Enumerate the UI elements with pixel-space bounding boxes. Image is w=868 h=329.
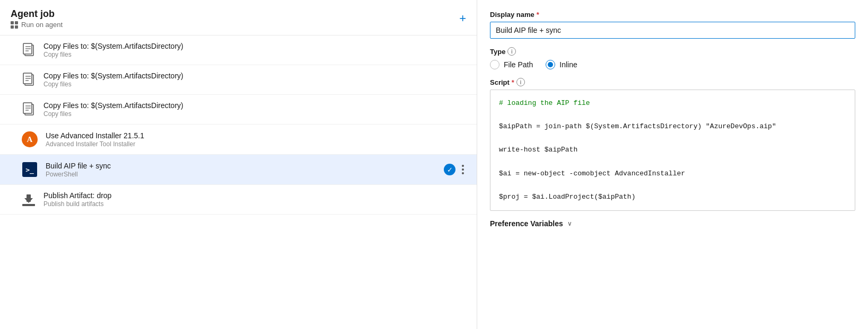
inline-radio-label: Inline bbox=[559, 60, 577, 69]
file-path-radio-label: File Path bbox=[504, 60, 533, 69]
task-sub: Advanced Installer Tool Installer bbox=[46, 140, 466, 148]
agent-job-title: Agent job bbox=[11, 8, 63, 20]
task-info: Publish Artifact: drop Publish build art… bbox=[43, 191, 466, 208]
task-check-icon: ✓ bbox=[444, 164, 455, 175]
task-sub: Copy files bbox=[43, 81, 466, 88]
task-item-active[interactable]: >_ Build AIP file + sync PowerShell ✓ bbox=[0, 155, 477, 185]
task-name: Copy Files to: $(System.ArtifactsDirecto… bbox=[43, 42, 466, 50]
svg-text:A: A bbox=[27, 135, 33, 144]
preference-variables-section[interactable]: Preference Variables ∨ bbox=[490, 219, 855, 228]
add-task-button[interactable]: + bbox=[459, 13, 466, 24]
agent-job-title-group: Agent job Run on agent bbox=[11, 8, 63, 29]
script-label: Script * i bbox=[490, 78, 855, 86]
file-path-radio-circle[interactable] bbox=[490, 60, 499, 69]
script-section: Script * i # loading the AIP file $aipPa… bbox=[490, 78, 855, 211]
script-line-blank-2 bbox=[499, 132, 846, 144]
task-name: Build AIP file + sync bbox=[46, 162, 444, 170]
task-sub: PowerShell bbox=[46, 171, 444, 178]
script-line-4: $ai = new-object -comobject AdvancedInst… bbox=[499, 168, 846, 180]
required-star: * bbox=[537, 11, 539, 19]
copy-files-icon bbox=[21, 73, 36, 87]
grid-icon bbox=[11, 21, 18, 29]
script-line-3: write-host $aipPath bbox=[499, 144, 846, 156]
script-line-1: # loading the AIP file bbox=[499, 97, 846, 109]
script-line-blank-3 bbox=[499, 156, 846, 167]
type-info-icon[interactable]: i bbox=[507, 47, 516, 56]
task-info: Copy Files to: $(System.ArtifactsDirecto… bbox=[43, 101, 466, 118]
task-name: Copy Files to: $(System.ArtifactsDirecto… bbox=[43, 72, 466, 80]
task-info: Copy Files to: $(System.ArtifactsDirecto… bbox=[43, 72, 466, 88]
inline-radio-option[interactable]: Inline bbox=[546, 60, 577, 69]
script-line-blank-4 bbox=[499, 180, 846, 191]
script-line-5: $proj = $ai.LoadProject($aipPath) bbox=[499, 191, 846, 203]
script-line-blank-1 bbox=[499, 109, 846, 121]
inline-radio-circle[interactable] bbox=[546, 60, 555, 69]
task-item[interactable]: Copy Files to: $(System.ArtifactsDirecto… bbox=[0, 35, 477, 65]
right-panel: Display name * Type i File Path Inline S… bbox=[477, 0, 868, 329]
task-sub: Copy files bbox=[43, 110, 466, 118]
task-actions: ✓ bbox=[444, 163, 466, 176]
task-info: Build AIP file + sync PowerShell bbox=[46, 162, 444, 178]
task-item[interactable]: A Use Advanced Installer 21.5.1 Advanced… bbox=[0, 125, 477, 155]
left-panel: Agent job Run on agent + bbox=[0, 0, 477, 329]
type-section: Type i File Path Inline bbox=[490, 47, 855, 69]
task-name: Copy Files to: $(System.ArtifactsDirecto… bbox=[43, 101, 466, 110]
svg-marker-19 bbox=[24, 198, 33, 203]
task-item[interactable]: Copy Files to: $(System.ArtifactsDirecto… bbox=[0, 65, 477, 95]
task-list: Copy Files to: $(System.ArtifactsDirecto… bbox=[0, 35, 477, 329]
task-name: Use Advanced Installer 21.5.1 bbox=[46, 131, 466, 140]
script-editor[interactable]: # loading the AIP file $aipPath = join-p… bbox=[490, 90, 855, 211]
agent-job-subtitle: Run on agent bbox=[11, 21, 63, 29]
task-name: Publish Artifact: drop bbox=[43, 191, 466, 200]
type-label: Type i bbox=[490, 47, 855, 56]
script-info-icon[interactable]: i bbox=[516, 78, 525, 86]
display-name-input[interactable] bbox=[490, 22, 855, 39]
agent-job-header: Agent job Run on agent + bbox=[0, 0, 477, 35]
script-required-star: * bbox=[512, 78, 514, 86]
copy-files-icon bbox=[21, 43, 36, 58]
preference-chevron-icon: ∨ bbox=[567, 220, 572, 227]
preference-variables-label: Preference Variables bbox=[490, 219, 563, 228]
publish-artifact-icon bbox=[21, 192, 36, 207]
task-sub: Copy files bbox=[43, 51, 466, 58]
script-line-2: $aipPath = join-path $(System.ArtifactsD… bbox=[499, 121, 846, 132]
task-item[interactable]: Copy Files to: $(System.ArtifactsDirecto… bbox=[0, 95, 477, 125]
type-radio-group: File Path Inline bbox=[490, 60, 855, 69]
copy-files-icon bbox=[21, 102, 36, 117]
display-name-label: Display name * bbox=[490, 11, 855, 19]
advanced-installer-icon: A bbox=[21, 131, 38, 148]
task-item[interactable]: Publish Artifact: drop Publish build art… bbox=[0, 185, 477, 215]
agent-job-subtitle-text: Run on agent bbox=[21, 21, 63, 29]
file-path-radio-option[interactable]: File Path bbox=[490, 60, 533, 69]
task-info: Use Advanced Installer 21.5.1 Advanced I… bbox=[46, 131, 466, 148]
svg-rect-17 bbox=[22, 204, 35, 206]
task-more-options-button[interactable] bbox=[460, 163, 466, 176]
task-sub: Publish build artifacts bbox=[43, 200, 466, 208]
powershell-icon: >_ bbox=[21, 161, 38, 178]
task-info: Copy Files to: $(System.ArtifactsDirecto… bbox=[43, 42, 466, 58]
